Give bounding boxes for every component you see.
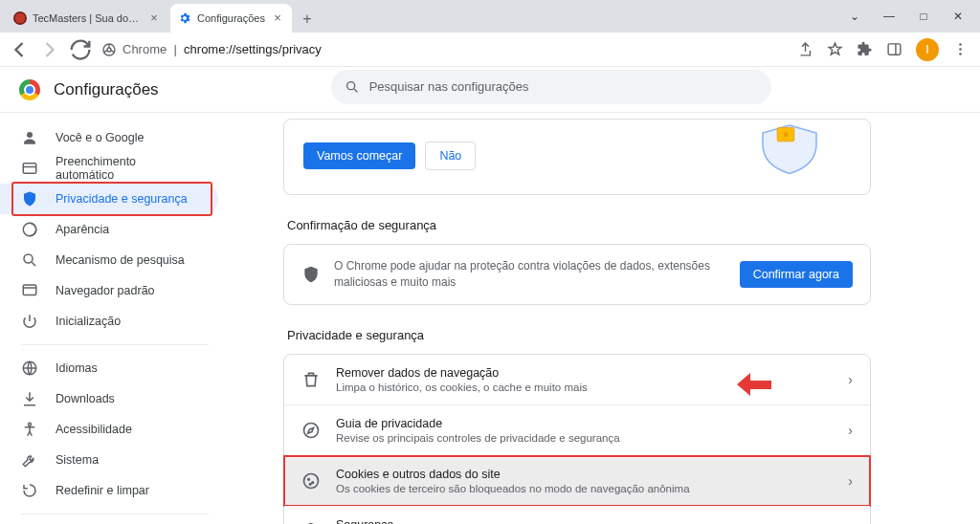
svg-rect-8 [23,164,36,174]
chrome-logo-icon [19,79,40,100]
window-chevron-icon[interactable]: ⌄ [846,10,863,23]
close-icon[interactable]: × [147,11,161,25]
forward-button[interactable] [36,36,63,63]
row-title: Segurança [336,518,833,524]
settings-header: Configurações Pesquisar nas configuraçõe… [0,67,980,113]
tecmasters-favicon [13,11,27,25]
omnibox-text: Chrome | chrome://settings/privacy [122,42,322,56]
reload-button[interactable] [67,36,94,63]
settings-search[interactable]: Pesquisar nas configurações [331,70,771,104]
browser-tab-tecmasters[interactable]: TecMasters | Sua dose diária de t × [6,4,168,33]
privacy-guide-banner: Vamos começar Não [283,119,871,195]
annotation-arrow [737,373,775,396]
compass-icon [301,421,321,440]
chevron-right-icon: › [848,473,853,489]
row-subtitle: Os cookies de terceiro são bloqueados no… [336,483,833,494]
shield-icon [21,190,38,207]
svg-point-13 [29,423,32,426]
sidebar-divider [21,513,209,514]
sidebar-item-you-and-google[interactable]: Você e o Google [0,122,218,153]
svg-point-6 [346,81,354,89]
sidebar-item-label: Idiomas [56,361,98,375]
settings-sidebar: Você e o Google Preenchimento automático… [0,113,230,524]
toolbar-actions: I [797,38,974,61]
window-maximize-icon[interactable]: □ [915,10,932,23]
row-security[interactable]: Segurança "Navegação segura" (proteção c… [284,506,870,524]
sidebar-item-label: Preenchimento automático [56,155,197,182]
sidebar-item-label: Mecanismo de pesquisa [56,253,185,267]
sidebar-item-startup[interactable]: Inicialização [0,306,218,337]
chrome-info-icon [101,42,117,57]
download-icon [21,390,38,407]
share-icon[interactable] [797,41,813,57]
privacy-list: Remover dados de navegação Limpa o histó… [283,354,871,524]
search-icon [21,251,38,269]
svg-point-4 [959,48,962,51]
svg-point-3 [959,43,962,46]
sidebar-item-downloads[interactable]: Downloads [0,383,218,414]
start-button[interactable]: Vamos começar [303,142,415,169]
gear-icon [178,11,191,25]
browser-titlebar: TecMasters | Sua dose diária de t × Conf… [0,0,980,33]
profile-avatar[interactable]: I [916,38,939,61]
sidebar-item-label: Downloads [56,392,115,405]
row-title: Cookies e outros dados do site [336,468,833,481]
svg-point-1 [107,48,111,52]
accessibility-icon [21,421,38,438]
row-cookies[interactable]: Cookies e outros dados do site Os cookie… [284,455,870,506]
extensions-icon[interactable] [857,41,873,57]
search-placeholder: Pesquisar nas configurações [369,79,529,94]
chevron-right-icon: › [848,372,853,387]
sidebar-item-label: Inicialização [56,315,121,328]
trash-icon [301,370,321,389]
sidebar-item-label: Aparência [56,223,109,236]
svg-point-21 [312,481,314,483]
sidebar-item-privacy-security[interactable]: Privacidade e segurança [0,184,218,214]
window-minimize-icon[interactable]: — [880,10,898,23]
reset-icon [21,482,38,499]
sidebar-item-label: Sistema [56,453,99,467]
sidebar-item-default-browser[interactable]: Navegador padrão [0,275,218,306]
browser-tab-settings[interactable]: Configurações × [170,4,292,33]
svg-point-7 [27,132,33,138]
new-tab-button[interactable]: + [294,6,321,33]
row-privacy-guide[interactable]: Guia de privacidade Revise os principais… [284,404,870,455]
window-close-icon[interactable]: ✕ [949,10,967,23]
sidebar-item-label: Redefinir e limpar [56,484,149,497]
sidebar-item-accessibility[interactable]: Acessibilidade [0,414,218,445]
search-icon [345,79,360,95]
menu-dots-icon[interactable] [952,41,969,57]
section-title-privacy: Privacidade e segurança [287,328,871,342]
address-bar: Chrome | chrome://settings/privacy I [0,33,980,67]
cancel-button[interactable]: Não [425,142,476,170]
svg-point-22 [309,483,311,485]
svg-point-17 [784,132,789,137]
window-controls: ⌄ — □ ✕ [846,0,976,33]
close-icon[interactable]: × [271,11,284,25]
confirm-now-button[interactable]: Confirmar agora [740,261,853,288]
sidebar-item-appearance[interactable]: Aparência [0,214,218,245]
row-clear-browsing-data[interactable]: Remover dados de navegação Limpa o histó… [284,355,870,404]
sidebar-item-label: Navegador padrão [56,284,155,297]
svg-point-19 [304,473,319,488]
page-title: Configurações [54,80,159,99]
sidebar-item-label: Acessibilidade [56,423,132,436]
omnibox[interactable]: Chrome | chrome://settings/privacy [101,36,322,63]
appearance-icon [21,221,38,238]
sidebar-item-label: Privacidade e segurança [56,192,188,206]
sidebar-item-reset[interactable]: Redefinir e limpar [0,475,218,506]
sidebar-item-label: Você e o Google [56,131,144,144]
side-panel-icon[interactable] [886,41,902,57]
sidebar-item-autofill[interactable]: Preenchimento automático [0,153,218,184]
sidebar-item-languages[interactable]: Idiomas [0,353,218,383]
svg-point-20 [308,478,310,480]
person-icon [21,129,38,146]
sidebar-item-system[interactable]: Sistema [0,445,218,475]
svg-point-18 [304,423,319,437]
svg-point-10 [24,254,33,263]
sidebar-item-search-engine[interactable]: Mecanismo de pesquisa [0,245,218,275]
back-button[interactable] [6,36,33,63]
globe-icon [21,360,38,377]
bookmark-star-icon[interactable] [827,41,843,57]
browser-icon [21,282,38,299]
